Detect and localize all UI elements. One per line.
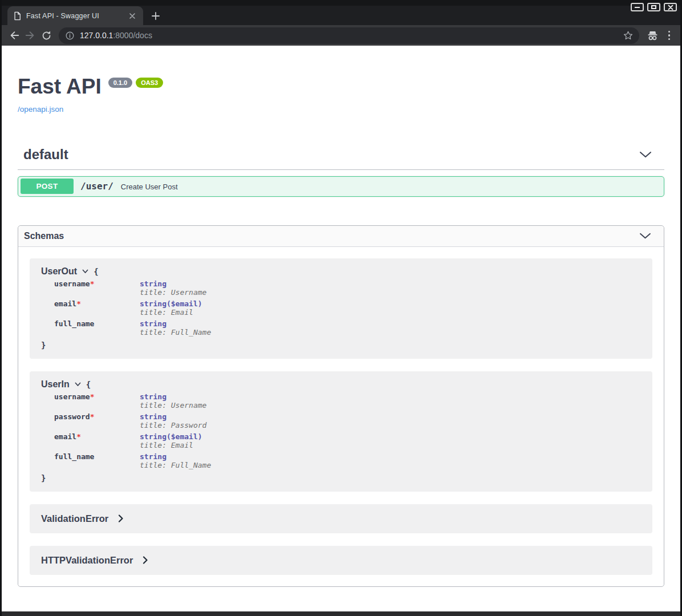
model-toggle[interactable]: UserIn{	[41, 379, 641, 390]
property-line: password*string	[54, 413, 641, 421]
minimize-button[interactable]	[631, 3, 644, 11]
openapi-spec-link[interactable]: /openapi.json	[18, 105, 63, 114]
info-icon[interactable]	[66, 31, 74, 40]
close-brace: }	[41, 473, 641, 483]
chevron-right-icon	[143, 556, 148, 564]
model-properties: username*stringtitle: Usernamepassword*s…	[54, 393, 641, 469]
back-icon	[9, 30, 20, 41]
property-line: email*string($email)	[54, 433, 641, 441]
forward-button[interactable]	[22, 27, 38, 43]
tag-name: default	[23, 147, 68, 163]
model-toggle[interactable]: UserOut{	[41, 266, 641, 277]
property-row: username*stringtitle: Username	[54, 393, 641, 410]
property-type: string	[140, 280, 167, 288]
oas3-badge: OAS3	[136, 78, 163, 88]
property-title: title: Email	[140, 309, 641, 317]
version-badge: 0.1.0	[108, 78, 132, 88]
open-brace: {	[86, 380, 91, 389]
property-name: email*	[54, 300, 140, 308]
property-line: email*string($email)	[54, 300, 641, 308]
operation-summary: Create User Post	[121, 182, 178, 191]
property-line: username*string	[54, 393, 641, 401]
tab-strip: Fast API - Swagger UI	[2, 0, 680, 25]
property-row: username*stringtitle: Username	[54, 280, 641, 297]
property-name: username*	[54, 393, 140, 401]
property-type: string	[140, 393, 167, 401]
browser-menu-button[interactable]	[668, 31, 671, 40]
property-name: password*	[54, 413, 140, 421]
tab-close-button[interactable]	[127, 11, 137, 21]
property-row: email*string($email)title: Email	[54, 433, 641, 449]
property-row: email*string($email)title: Email	[54, 300, 641, 317]
window-controls	[631, 3, 677, 11]
property-title: title: Username	[140, 289, 641, 297]
badges: 0.1.0 OAS3	[108, 78, 163, 88]
property-name: username*	[54, 280, 140, 288]
model-toggle[interactable]: HTTPValidationError	[41, 555, 641, 566]
chevron-down-icon	[639, 233, 651, 239]
property-name: full_name	[54, 320, 140, 328]
close-button[interactable]	[664, 3, 677, 11]
tab-title: Fast API - Swagger UI	[26, 12, 127, 20]
new-tab-button[interactable]	[150, 10, 161, 22]
required-star: *	[90, 392, 95, 401]
property-line: username*string	[54, 280, 641, 288]
property-title: title: Email	[140, 441, 641, 449]
minimize-icon	[635, 7, 640, 8]
required-star: *	[90, 279, 95, 288]
required-star: *	[76, 299, 81, 308]
schemas-section: Schemas UserOut{username*stringtitle: Us…	[18, 225, 664, 587]
tag-header-default[interactable]: default	[18, 147, 664, 170]
forward-icon	[25, 30, 36, 41]
model-userin[interactable]: UserIn{username*stringtitle: Usernamepas…	[30, 371, 652, 492]
opblock-post-user[interactable]: POST /user/ Create User Post	[18, 176, 664, 197]
property-row: full_namestringtitle: Full_Name	[54, 320, 641, 337]
window-bottom-border	[2, 611, 680, 616]
model-toggle[interactable]: ValidationError	[41, 513, 641, 524]
url-text[interactable]: 127.0.0.1:8000/docs	[80, 31, 152, 40]
models-list: UserOut{username*stringtitle: Usernameem…	[18, 247, 664, 586]
model-userout[interactable]: UserOut{username*stringtitle: Usernameem…	[30, 258, 652, 359]
tag-section-default: default POST /user/ Create User Post	[18, 147, 664, 197]
close-icon	[668, 5, 673, 10]
property-title: title: Full_Name	[140, 329, 641, 337]
title-bar	[2, 0, 680, 6]
document-icon	[13, 11, 21, 21]
browser-tab[interactable]: Fast API - Swagger UI	[7, 6, 143, 25]
property-name: email*	[54, 433, 140, 441]
property-type: string($email)	[140, 433, 202, 441]
swagger-page: Fast API 0.1.0 OAS3 /openapi.json defaul…	[2, 46, 680, 611]
plus-icon	[152, 12, 160, 20]
property-type: string	[140, 453, 167, 461]
close-icon	[129, 13, 135, 19]
browser-toolbar: 127.0.0.1:8000/docs	[2, 25, 680, 46]
kebab-menu-icon	[668, 31, 671, 33]
model-httpvalidationerror[interactable]: HTTPValidationError	[30, 546, 652, 575]
close-brace: }	[41, 341, 641, 350]
property-line: full_namestring	[54, 453, 641, 461]
url-path: :8000/docs	[113, 31, 152, 40]
back-button[interactable]	[6, 27, 22, 43]
model-name: HTTPValidationError	[41, 555, 133, 566]
address-bar[interactable]: 127.0.0.1:8000/docs	[59, 27, 639, 44]
maximize-button[interactable]	[647, 3, 660, 11]
chevron-down-icon	[82, 269, 88, 274]
property-name: full_name	[54, 453, 140, 461]
property-title: title: Password	[140, 422, 641, 429]
required-star: *	[90, 412, 95, 421]
bookmark-star-button[interactable]	[623, 30, 634, 41]
url-host: 127.0.0.1	[80, 31, 113, 40]
star-icon	[623, 30, 634, 41]
schemas-title: Schemas	[24, 231, 64, 241]
api-info: Fast API 0.1.0 OAS3 /openapi.json	[2, 46, 680, 114]
open-brace: {	[94, 267, 98, 276]
method-badge: POST	[21, 179, 74, 194]
model-validationerror[interactable]: ValidationError	[30, 504, 652, 533]
browser-window: Fast API - Swagger UI	[0, 0, 682, 616]
property-title: title: Username	[140, 402, 641, 410]
incognito-icon	[646, 29, 659, 42]
reload-button[interactable]	[38, 27, 54, 43]
chevron-down-icon	[639, 151, 652, 158]
model-properties: username*stringtitle: Usernameemail*stri…	[54, 280, 641, 337]
schemas-header[interactable]: Schemas	[18, 226, 664, 247]
